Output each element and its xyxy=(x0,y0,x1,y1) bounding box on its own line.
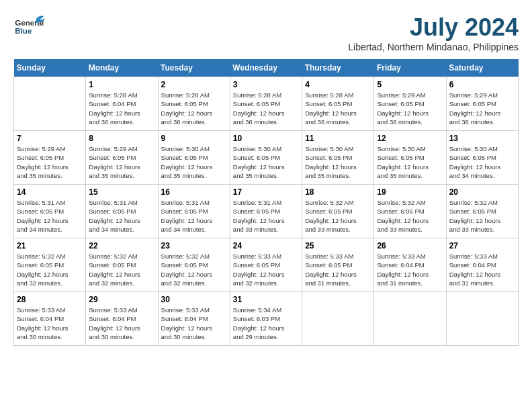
logo: General Blue xyxy=(13,13,47,40)
calendar-cell xyxy=(446,292,518,346)
day-number: 22 xyxy=(89,241,154,250)
day-info: Sunrise: 5:32 AM Sunset: 6:05 PM Dayligh… xyxy=(305,198,371,234)
day-info: Sunrise: 5:32 AM Sunset: 6:05 PM Dayligh… xyxy=(377,198,443,234)
day-number: 17 xyxy=(233,187,299,197)
calendar-cell: 21Sunrise: 5:32 AM Sunset: 6:05 PM Dayli… xyxy=(14,238,86,292)
day-info: Sunrise: 5:33 AM Sunset: 6:04 PM Dayligh… xyxy=(89,306,154,341)
calendar-cell: 23Sunrise: 5:32 AM Sunset: 6:05 PM Dayli… xyxy=(158,238,230,292)
day-number: 26 xyxy=(377,241,443,250)
day-info: Sunrise: 5:30 AM Sunset: 6:05 PM Dayligh… xyxy=(305,144,371,180)
day-info: Sunrise: 5:33 AM Sunset: 6:05 PM Dayligh… xyxy=(233,252,299,287)
day-number: 13 xyxy=(449,134,515,143)
calendar-cell: 18Sunrise: 5:32 AM Sunset: 6:05 PM Dayli… xyxy=(302,185,374,238)
page-title: July 2024 xyxy=(348,13,519,42)
day-number: 21 xyxy=(17,241,83,250)
day-number: 6 xyxy=(449,80,515,89)
calendar-cell: 25Sunrise: 5:33 AM Sunset: 6:05 PM Dayli… xyxy=(302,238,374,292)
day-number: 14 xyxy=(17,187,83,197)
day-of-week-header: Monday xyxy=(86,59,158,77)
title-area: July 2024 Libertad, Northern Mindanao, P… xyxy=(348,13,519,52)
calendar-week-row: 14Sunrise: 5:31 AM Sunset: 6:05 PM Dayli… xyxy=(14,185,519,238)
day-info: Sunrise: 5:32 AM Sunset: 6:05 PM Dayligh… xyxy=(449,198,515,234)
calendar-cell: 16Sunrise: 5:31 AM Sunset: 6:05 PM Dayli… xyxy=(158,185,230,238)
calendar-cell: 22Sunrise: 5:32 AM Sunset: 6:05 PM Dayli… xyxy=(86,238,158,292)
calendar-cell: 28Sunrise: 5:33 AM Sunset: 6:04 PM Dayli… xyxy=(14,292,86,346)
day-of-week-header: Wednesday xyxy=(230,59,302,77)
day-number: 3 xyxy=(233,80,299,89)
day-number: 9 xyxy=(161,134,227,143)
day-info: Sunrise: 5:31 AM Sunset: 6:05 PM Dayligh… xyxy=(161,198,227,234)
calendar-week-row: 7Sunrise: 5:29 AM Sunset: 6:05 PM Daylig… xyxy=(14,131,519,185)
calendar-cell: 1Sunrise: 5:28 AM Sunset: 6:04 PM Daylig… xyxy=(86,77,158,131)
day-number: 24 xyxy=(233,241,299,250)
calendar-cell: 7Sunrise: 5:29 AM Sunset: 6:05 PM Daylig… xyxy=(14,131,86,185)
day-number: 15 xyxy=(89,187,154,197)
calendar-cell: 30Sunrise: 5:33 AM Sunset: 6:04 PM Dayli… xyxy=(158,292,230,346)
day-info: Sunrise: 5:29 AM Sunset: 6:05 PM Dayligh… xyxy=(377,91,443,126)
day-number: 25 xyxy=(305,241,371,250)
calendar-cell: 10Sunrise: 5:30 AM Sunset: 6:05 PM Dayli… xyxy=(230,131,302,185)
calendar-cell: 19Sunrise: 5:32 AM Sunset: 6:05 PM Dayli… xyxy=(374,185,446,238)
day-info: Sunrise: 5:33 AM Sunset: 6:04 PM Dayligh… xyxy=(17,306,83,341)
logo-icon: General Blue xyxy=(13,13,47,40)
calendar-cell: 26Sunrise: 5:33 AM Sunset: 6:04 PM Dayli… xyxy=(374,238,446,292)
calendar-header-row: SundayMondayTuesdayWednesdayThursdayFrid… xyxy=(14,59,519,77)
day-info: Sunrise: 5:31 AM Sunset: 6:05 PM Dayligh… xyxy=(17,198,83,234)
calendar-week-row: 1Sunrise: 5:28 AM Sunset: 6:04 PM Daylig… xyxy=(14,77,519,131)
day-number: 12 xyxy=(377,134,443,143)
calendar-cell: 12Sunrise: 5:30 AM Sunset: 6:05 PM Dayli… xyxy=(374,131,446,185)
calendar-cell: 15Sunrise: 5:31 AM Sunset: 6:05 PM Dayli… xyxy=(86,185,158,238)
day-number: 10 xyxy=(233,134,299,143)
calendar-cell: 4Sunrise: 5:28 AM Sunset: 6:05 PM Daylig… xyxy=(302,77,374,131)
day-number: 7 xyxy=(17,134,83,143)
day-info: Sunrise: 5:32 AM Sunset: 6:05 PM Dayligh… xyxy=(17,252,83,287)
day-of-week-header: Tuesday xyxy=(158,59,230,77)
calendar-week-row: 21Sunrise: 5:32 AM Sunset: 6:05 PM Dayli… xyxy=(14,238,519,292)
day-info: Sunrise: 5:30 AM Sunset: 6:05 PM Dayligh… xyxy=(233,144,299,180)
calendar-cell: 2Sunrise: 5:28 AM Sunset: 6:05 PM Daylig… xyxy=(158,77,230,131)
day-of-week-header: Saturday xyxy=(446,59,518,77)
day-number: 28 xyxy=(17,295,83,304)
calendar-cell: 29Sunrise: 5:33 AM Sunset: 6:04 PM Dayli… xyxy=(86,292,158,346)
day-info: Sunrise: 5:31 AM Sunset: 6:05 PM Dayligh… xyxy=(89,198,154,234)
day-info: Sunrise: 5:34 AM Sunset: 6:03 PM Dayligh… xyxy=(233,306,299,341)
day-number: 4 xyxy=(305,80,371,89)
day-number: 16 xyxy=(161,187,227,197)
page-subtitle: Libertad, Northern Mindanao, Philippines xyxy=(348,42,519,52)
day-number: 5 xyxy=(377,80,443,89)
day-info: Sunrise: 5:30 AM Sunset: 6:05 PM Dayligh… xyxy=(161,144,227,180)
day-info: Sunrise: 5:30 AM Sunset: 6:05 PM Dayligh… xyxy=(449,144,515,180)
day-of-week-header: Sunday xyxy=(14,59,86,77)
calendar-cell xyxy=(374,292,446,346)
calendar-cell: 13Sunrise: 5:30 AM Sunset: 6:05 PM Dayli… xyxy=(446,131,518,185)
day-number: 8 xyxy=(89,134,154,143)
day-info: Sunrise: 5:28 AM Sunset: 6:04 PM Dayligh… xyxy=(89,91,154,126)
day-info: Sunrise: 5:32 AM Sunset: 6:05 PM Dayligh… xyxy=(89,252,154,287)
day-number: 31 xyxy=(233,295,299,304)
day-info: Sunrise: 5:29 AM Sunset: 6:05 PM Dayligh… xyxy=(17,144,83,180)
calendar-cell: 5Sunrise: 5:29 AM Sunset: 6:05 PM Daylig… xyxy=(374,77,446,131)
day-info: Sunrise: 5:28 AM Sunset: 6:05 PM Dayligh… xyxy=(233,91,299,126)
calendar-cell: 31Sunrise: 5:34 AM Sunset: 6:03 PM Dayli… xyxy=(230,292,302,346)
day-number: 19 xyxy=(377,187,443,197)
day-number: 2 xyxy=(161,80,227,89)
calendar-body: 1Sunrise: 5:28 AM Sunset: 6:04 PM Daylig… xyxy=(14,77,519,346)
header: General Blue July 2024 Libertad, Norther… xyxy=(13,13,519,52)
day-info: Sunrise: 5:33 AM Sunset: 6:04 PM Dayligh… xyxy=(161,306,227,341)
day-number: 20 xyxy=(449,187,515,197)
day-info: Sunrise: 5:33 AM Sunset: 6:04 PM Dayligh… xyxy=(377,252,443,287)
calendar-week-row: 28Sunrise: 5:33 AM Sunset: 6:04 PM Dayli… xyxy=(14,292,519,346)
day-number: 18 xyxy=(305,187,371,197)
calendar-cell: 14Sunrise: 5:31 AM Sunset: 6:05 PM Dayli… xyxy=(14,185,86,238)
calendar-cell xyxy=(14,77,86,131)
day-info: Sunrise: 5:29 AM Sunset: 6:05 PM Dayligh… xyxy=(449,91,515,126)
day-number: 1 xyxy=(89,80,154,89)
day-info: Sunrise: 5:28 AM Sunset: 6:05 PM Dayligh… xyxy=(161,91,227,126)
calendar-cell: 9Sunrise: 5:30 AM Sunset: 6:05 PM Daylig… xyxy=(158,131,230,185)
day-number: 11 xyxy=(305,134,371,143)
calendar-cell: 8Sunrise: 5:29 AM Sunset: 6:05 PM Daylig… xyxy=(86,131,158,185)
day-info: Sunrise: 5:33 AM Sunset: 6:05 PM Dayligh… xyxy=(305,252,371,287)
calendar-cell: 11Sunrise: 5:30 AM Sunset: 6:05 PM Dayli… xyxy=(302,131,374,185)
day-info: Sunrise: 5:28 AM Sunset: 6:05 PM Dayligh… xyxy=(305,91,371,126)
calendar-cell: 3Sunrise: 5:28 AM Sunset: 6:05 PM Daylig… xyxy=(230,77,302,131)
